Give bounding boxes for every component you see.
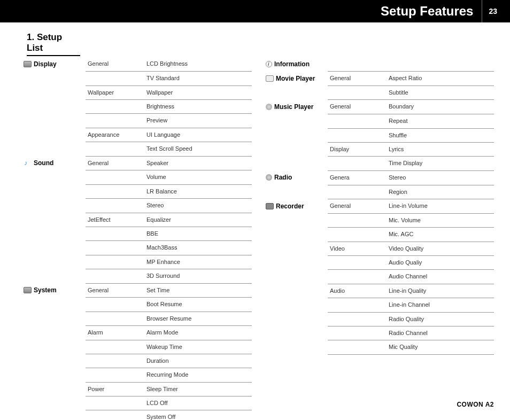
- setting-item: Volume: [144, 170, 252, 184]
- group-cell-empty: [86, 396, 144, 410]
- category-cell-empty: [264, 312, 328, 326]
- category-cell-empty: [264, 143, 328, 157]
- category-cell-empty: [264, 128, 328, 142]
- info-icon: [266, 61, 272, 67]
- setting-item: LCD Off: [144, 396, 252, 410]
- group-cell: [328, 57, 387, 72]
- group-cell-empty: [328, 157, 387, 170]
- section-heading: 1. Setup List: [27, 32, 80, 56]
- setting-item: Mic. Volume: [387, 213, 494, 227]
- category-cell-empty: [264, 298, 328, 312]
- radio-icon: [266, 174, 272, 181]
- setting-item: Lyrics: [387, 143, 494, 157]
- category-cell-empty: [21, 227, 86, 241]
- category-cell-empty: [264, 326, 328, 340]
- setting-item: 3D Surround: [144, 269, 252, 283]
- category-cell-empty: [264, 228, 328, 242]
- setting-item: Mic. AGC: [387, 228, 494, 242]
- group-cell-empty: [86, 170, 144, 184]
- group-cell-empty: [328, 298, 387, 312]
- setting-item: Audio Qualiy: [387, 256, 494, 270]
- category-cell-empty: [21, 340, 86, 354]
- movie-icon: [266, 75, 274, 82]
- category-label: Music Player: [274, 103, 313, 111]
- group-cell-empty: [86, 72, 144, 85]
- group-cell-empty: [328, 256, 387, 270]
- group-cell-empty: [86, 410, 144, 420]
- left-column: DisplayGeneralLCD BrightnessTV StandardW…: [21, 57, 252, 420]
- group-label: Audio: [328, 284, 387, 298]
- setting-item: Set Time: [144, 283, 252, 298]
- setting-item: Recurring Mode: [144, 368, 252, 382]
- setting-item: Audio Channel: [387, 270, 494, 284]
- setting-item: Alarm Mode: [144, 326, 252, 340]
- category-cell-empty: [21, 382, 86, 396]
- category-cell-empty: [21, 100, 86, 114]
- setting-item: MP Enhance: [144, 255, 252, 269]
- category-movie-player: Movie Player: [264, 72, 328, 86]
- group-cell-empty: [86, 100, 144, 114]
- group-cell-empty: [328, 228, 387, 242]
- display-icon: [24, 61, 32, 67]
- group-label: General: [328, 100, 387, 114]
- setting-item: Region: [387, 185, 494, 199]
- right-column: InformationMovie PlayerGeneralAspect Rat…: [264, 57, 494, 420]
- category-cell-empty: [21, 72, 86, 85]
- group-cell-empty: [328, 340, 387, 354]
- setting-item: Brightness: [144, 100, 252, 114]
- setting-item: Stereo: [387, 170, 494, 185]
- sound-icon: [24, 160, 32, 166]
- category-label: Display: [34, 60, 57, 68]
- category-label: Recorder: [276, 203, 304, 210]
- category-cell-empty: [264, 284, 328, 298]
- group-label: Video: [328, 242, 387, 255]
- group-cell-empty: [86, 368, 144, 382]
- setting-item: Equalizer: [144, 213, 252, 227]
- group-cell-empty: [328, 270, 387, 284]
- item-cell: [387, 57, 494, 72]
- category-cell-empty: [21, 114, 86, 128]
- category-cell-empty: [264, 340, 328, 354]
- footer-brand: COWON A2: [457, 401, 494, 408]
- setting-item: Stereo: [144, 199, 252, 213]
- group-cell-empty: [86, 227, 144, 241]
- category-cell-empty: [264, 242, 328, 255]
- category-cell-empty: [21, 396, 86, 410]
- setting-item: Line-in Volume: [387, 199, 494, 214]
- left-table: DisplayGeneralLCD BrightnessTV StandardW…: [21, 57, 252, 420]
- group-cell-empty: [328, 114, 387, 128]
- setting-item: System Off: [144, 410, 252, 420]
- category-cell-empty: [21, 241, 86, 255]
- recorder-icon: [266, 203, 274, 209]
- group-label: General: [328, 199, 387, 214]
- setting-item: Wakeup Time: [144, 340, 252, 354]
- category-music-player: Music Player: [264, 100, 328, 114]
- category-label: System: [34, 286, 57, 294]
- setting-item: Line-in Channel: [387, 298, 494, 312]
- setting-item: Line-in Quality: [387, 284, 494, 298]
- category-cell-empty: [21, 213, 86, 227]
- setting-item: Time Display: [387, 157, 494, 170]
- category-display: Display: [21, 57, 86, 72]
- category-label: Sound: [34, 159, 53, 167]
- category-cell-empty: [21, 255, 86, 269]
- setting-item: Video Quality: [387, 242, 494, 255]
- setting-item: Radio Channel: [387, 326, 494, 340]
- group-label: General: [86, 156, 144, 170]
- setting-item: Text Scroll Speed: [144, 142, 252, 156]
- category-cell-empty: [21, 199, 86, 213]
- category-sound: Sound: [21, 156, 86, 170]
- group-label: General: [86, 57, 144, 72]
- group-cell-empty: [86, 354, 144, 368]
- setting-item: Shuffle: [387, 128, 494, 142]
- group-cell-empty: [86, 114, 144, 128]
- category-cell-empty: [264, 213, 328, 227]
- category-cell-empty: [21, 312, 86, 325]
- setting-item: Speaker: [144, 156, 252, 170]
- group-label: Appearance: [86, 128, 144, 142]
- group-cell-empty: [86, 298, 144, 312]
- group-label: General: [86, 283, 144, 298]
- category-cell-empty: [264, 270, 328, 284]
- category-cell-empty: [21, 170, 86, 184]
- group-cell-empty: [86, 241, 144, 255]
